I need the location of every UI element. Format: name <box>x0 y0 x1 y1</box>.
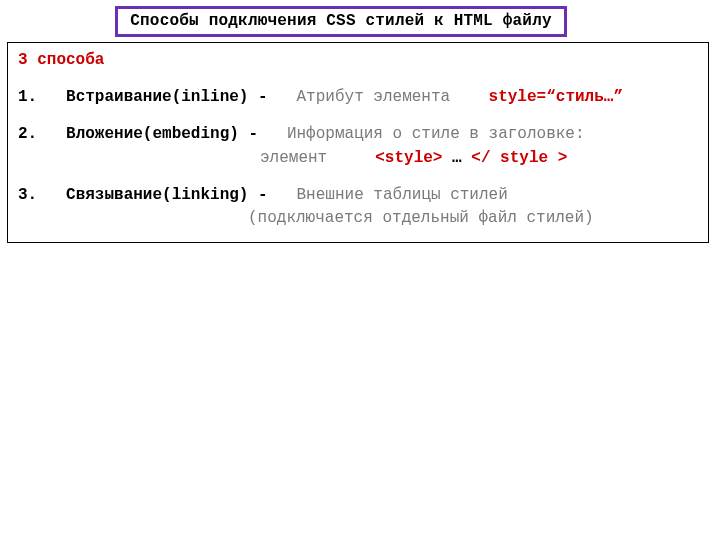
item1-number: 1. <box>18 88 37 106</box>
title-box: Способы подключения CSS стилей к HTML фа… <box>115 6 567 37</box>
item2-number: 2. <box>18 125 37 143</box>
item2-label: Вложение(embeding) <box>66 125 239 143</box>
item2-desc: Информация о стиле в заголовке: <box>287 125 585 143</box>
item2-line2: элемент <style> … </ style > <box>260 147 698 170</box>
content-box: 3 способа 1. Встраивание(inline) - Атриб… <box>7 42 709 243</box>
item1-desc: Атрибут элемента <box>297 88 451 106</box>
list-item: 1. Встраивание(inline) - Атрибут элемент… <box>18 86 698 109</box>
item1-label: Встраивание(inline) <box>66 88 248 106</box>
list-item: 2. Вложение(embeding) - Информация о сти… <box>18 123 698 146</box>
item2-dash: - <box>248 125 258 143</box>
heading-3-ways: 3 способа <box>18 51 104 69</box>
item1-dash: - <box>258 88 268 106</box>
item2-code-close: </ style > <box>471 149 567 167</box>
page-title: Способы подключения CSS стилей к HTML фа… <box>130 12 551 30</box>
item3-desc: Внешние таблицы стилей <box>297 186 508 204</box>
item2-code-mid: … <box>452 149 471 167</box>
item3-dash: - <box>258 186 268 204</box>
item3-number: 3. <box>18 186 37 204</box>
item2-line2-prefix: элемент <box>260 149 327 167</box>
item3-line2: (подключается отдельный файл стилей) <box>248 209 594 227</box>
item2-code-open: <style> <box>375 149 442 167</box>
item1-code: style=“стиль…” <box>489 88 623 106</box>
item3-line2-row: (подключается отдельный файл стилей) <box>248 207 698 230</box>
item3-label: Связывание(linking) <box>66 186 248 204</box>
list-item: 3. Связывание(linking) - Внешние таблицы… <box>18 184 698 207</box>
